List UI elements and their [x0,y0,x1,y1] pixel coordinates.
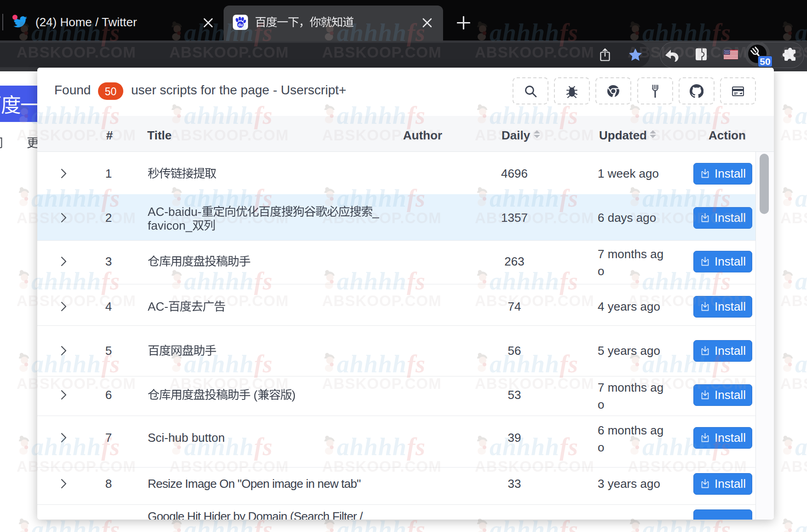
svg-text:du: du [238,23,242,27]
